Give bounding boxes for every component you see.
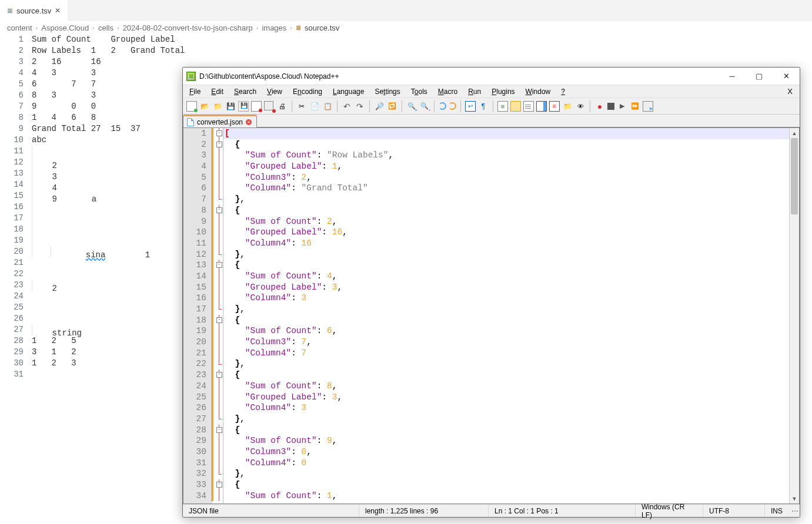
crumb[interactable]: Aspose.Cloud [41,23,89,32]
crumb[interactable]: source.tsv [305,23,339,32]
tb-redo-icon[interactable] [355,101,365,112]
vscode-tab-label: source.tsv [16,6,51,15]
tb-docmap-icon[interactable] [536,101,547,112]
minimize-button[interactable]: ─ [719,68,746,85]
chevron-right-icon: › [36,24,38,31]
crumb[interactable]: images [262,23,286,32]
tb-open-icon[interactable] [199,101,210,112]
scroll-up-icon[interactable]: ▲ [790,128,799,138]
menu-plugins[interactable]: Plugins [486,86,520,97]
menu-search[interactable]: Search [229,86,262,97]
status-encoding[interactable]: UTF-8 [703,505,765,517]
tb-synch-icon[interactable] [449,102,456,110]
npp-toolbar [183,98,800,115]
tb-cut-icon[interactable] [296,101,307,112]
breadcrumbs[interactable]: content› Aspose.Cloud› cells› 2024-08-02… [0,21,812,34]
menu-edit[interactable]: Edit [206,86,229,97]
file-icon [187,118,194,126]
menu-encoding[interactable]: Encoding [288,86,328,97]
tb-showchars-icon[interactable] [478,101,489,112]
npp-logo-icon [186,72,196,81]
menu-file[interactable]: File [184,86,206,97]
tb-savemacro-icon[interactable] [643,101,653,112]
file-icon: ≣ [7,6,13,15]
maximize-button[interactable]: ▢ [746,68,773,85]
scroll-thumb[interactable] [791,138,798,214]
close-icon[interactable]: ✕ [55,6,61,15]
crumb[interactable]: content [7,23,32,32]
crumb[interactable]: 2024-08-02-convert-tsv-to-json-csharp [123,23,253,32]
npp-fold-margin[interactable] [215,128,223,503]
tb-monitor-icon[interactable] [575,101,586,112]
tb-doclist-icon[interactable] [523,101,534,112]
scroll-down-icon[interactable]: ▼ [790,493,799,503]
npp-title-text: D:\Github\content\Aspose.Cloud\ Notepad+… [199,72,339,80]
chevron-right-icon: › [92,24,95,31]
menu-tools[interactable]: Tools [406,86,433,97]
npp-statusbar: JSON file length : 1,225 lines : 96 Ln :… [183,504,800,517]
file-icon: ≣ [296,24,301,32]
menu-view[interactable]: View [262,86,288,97]
tb-wordwrap-icon[interactable] [465,101,476,112]
tb-replace-icon[interactable] [387,101,397,112]
tb-separator [337,100,338,112]
status-ins[interactable]: INS [765,505,789,517]
menu-settings[interactable]: Settings [369,86,405,97]
vscode-tabbar: ≣ source.tsv ✕ [0,0,812,21]
tb-saveall-icon[interactable] [238,101,249,112]
status-length: length : 1,225 lines : 96 [359,505,489,517]
status-position: Ln : 1 Col : 1 Pos : 1 [489,505,636,517]
tb-playmulti-icon[interactable] [630,101,640,112]
menu-macro[interactable]: Macro [433,86,463,97]
menu-run[interactable]: Run [463,86,486,97]
tb-print-icon[interactable] [277,101,288,112]
tb-separator [402,100,402,112]
tb-save-icon[interactable] [225,101,236,112]
tb-closeall-icon[interactable] [264,101,275,112]
tb-play-icon[interactable] [617,101,627,112]
npp-editor-wrap: 1234567891011121314151617181920212223242… [183,127,800,504]
tb-udl-icon[interactable] [510,101,521,112]
tb-paste-icon[interactable] [322,101,333,112]
tb-separator [434,100,435,112]
npp-editor[interactable]: 1234567891011121314151617181920212223242… [183,128,789,503]
tb-separator [292,100,292,112]
close-icon[interactable]: × [246,119,252,125]
resize-grip[interactable] [789,509,800,513]
menu-help[interactable]: ? [556,86,570,97]
npp-code[interactable]: [ { "Sum of Count": "Row Labels", "Group… [223,128,789,503]
tb-syncv-icon[interactable] [439,102,446,110]
close-button[interactable]: ✕ [773,68,800,85]
menu-window[interactable]: Window [520,86,556,97]
npp-scrollbar[interactable]: ▲ ▼ [789,128,799,503]
chevron-right-icon: › [117,24,119,31]
tb-zoomout-icon[interactable] [419,101,430,112]
tb-zoomin-icon[interactable] [406,101,417,112]
tb-separator [460,100,461,112]
npp-gutter: 1234567891011121314151617181920212223242… [183,128,212,503]
tb-indentguide-icon[interactable] [497,101,508,112]
vscode-tab-source[interactable]: ≣ source.tsv ✕ [0,0,68,21]
npp-titlebar[interactable]: D:\Github\content\Aspose.Cloud\ Notepad+… [183,68,800,85]
tb-copy-icon[interactable] [309,101,320,112]
tb-close-icon[interactable] [251,101,262,112]
tb-stop-icon[interactable] [607,103,614,110]
chevron-right-icon: › [256,24,259,31]
tb-separator [590,100,590,112]
crumb[interactable]: cells [98,23,113,32]
npp-doctab-converted[interactable]: converted.json × [183,115,257,127]
tb-folderws-icon[interactable] [562,101,573,112]
tb-openfolder-icon[interactable] [212,101,223,112]
status-eol[interactable]: Windows (CR LF) [636,505,703,517]
tb-new-icon[interactable] [186,101,197,112]
menu-language[interactable]: Language [328,86,369,97]
tb-record-icon[interactable] [594,101,605,112]
tb-undo-icon[interactable] [342,101,352,112]
tb-find-icon[interactable] [374,101,385,112]
vscode-gutter: 1234567891011121314151617181920212223242… [0,34,32,380]
tb-funclist-icon[interactable] [549,101,560,112]
npp-doctabbar: converted.json × [183,115,800,127]
status-filetype: JSON file [183,505,359,517]
npp-menubar: File Edit Search View Encoding Language … [183,85,800,98]
menu-close-x[interactable]: X [781,87,798,96]
